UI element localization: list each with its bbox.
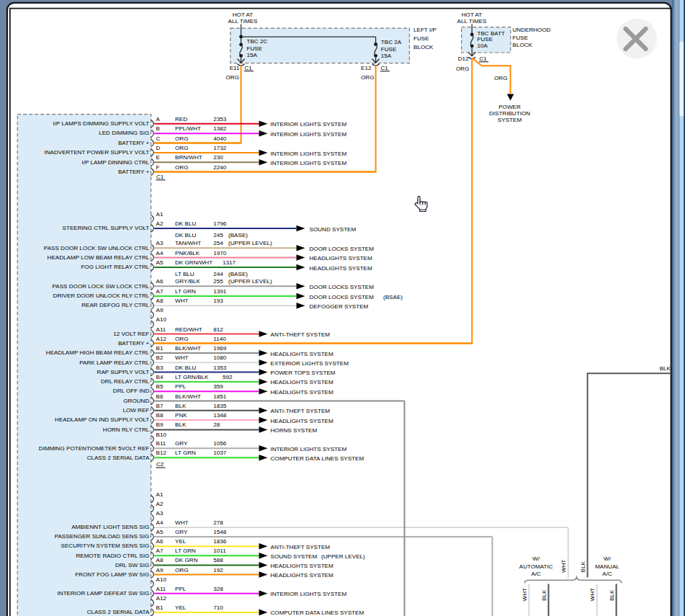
svg-text:(BASE): (BASE) — [228, 271, 248, 277]
svg-text:BATTERY +: BATTERY + — [118, 140, 150, 146]
svg-text:C1: C1 — [156, 174, 164, 180]
svg-text:DK BLU: DK BLU — [175, 365, 196, 371]
svg-text:2240: 2240 — [213, 164, 227, 171]
svg-text:255: 255 — [213, 278, 223, 285]
svg-text:UNDERHOOD: UNDERHOOD — [513, 27, 551, 33]
svg-text:PNK/BLK: PNK/BLK — [175, 250, 200, 256]
svg-text:BLOCK: BLOCK — [413, 44, 434, 50]
svg-text:SOUND SYSTEM: SOUND SYSTEM — [310, 226, 357, 233]
svg-text:B1: B1 — [156, 604, 164, 611]
svg-text:GRY: GRY — [175, 440, 188, 447]
svg-text:A6: A6 — [156, 278, 164, 285]
svg-text:A2: A2 — [156, 501, 164, 507]
svg-text:1140: 1140 — [213, 336, 226, 342]
svg-text:1011: 1011 — [213, 548, 226, 554]
svg-text:INTERIOR LAMP DEFEAT SW SIG: INTERIOR LAMP DEFEAT SW SIG — [58, 590, 150, 597]
svg-text:BLK: BLK — [175, 421, 187, 428]
svg-text:LT BLU: LT BLU — [175, 271, 194, 277]
svg-text:B3: B3 — [156, 365, 164, 371]
svg-text:DK BLU: DK BLU — [175, 220, 196, 227]
svg-text:W/: W/ — [532, 555, 540, 562]
svg-text:A12: A12 — [156, 336, 167, 342]
svg-text:A/C: A/C — [602, 571, 612, 577]
svg-text:DIMMING POTENTIOMETER 5VOLT RE: DIMMING POTENTIOMETER 5VOLT REF — [39, 445, 150, 452]
svg-text:(UPPER LEVEL): (UPPER LEVEL) — [321, 553, 365, 560]
svg-text:A7: A7 — [156, 548, 164, 554]
svg-text:A6: A6 — [156, 538, 164, 545]
svg-text:DK GRN/WHT: DK GRN/WHT — [175, 259, 212, 266]
svg-text:C2: C2 — [156, 461, 164, 468]
svg-text:10A: 10A — [478, 43, 488, 49]
svg-text:ORG: ORG — [175, 567, 188, 573]
svg-text:HORN RLY CTRL: HORN RLY CTRL — [103, 427, 150, 433]
svg-text:28: 28 — [213, 421, 220, 428]
svg-text:HEADLIGHTS SYSTEM: HEADLIGHTS SYSTEM — [310, 265, 373, 272]
svg-text:C: C — [156, 135, 161, 142]
svg-text:C1: C1 — [381, 65, 389, 71]
svg-text:DOOR LOCKS SYSTEM: DOOR LOCKS SYSTEM — [310, 284, 375, 290]
svg-text:(UPPER LEVEL): (UPPER LEVEL) — [228, 278, 272, 285]
svg-text:ORG: ORG — [226, 74, 239, 81]
svg-text:HOT AT: HOT AT — [462, 12, 483, 18]
svg-text:A7: A7 — [156, 288, 164, 295]
svg-text:1348: 1348 — [213, 412, 227, 419]
svg-text:STEERING CTRL SUPPLY VOLT: STEERING CTRL SUPPLY VOLT — [63, 225, 150, 231]
svg-text:B4: B4 — [156, 374, 164, 380]
svg-text:1970: 1970 — [213, 250, 227, 256]
svg-text:INTERIOR LIGHTS SYSTEM: INTERIOR LIGHTS SYSTEM — [271, 160, 347, 166]
svg-text:C1: C1 — [245, 65, 253, 71]
svg-text:PNK: PNK — [175, 412, 187, 419]
svg-text:BATTERY +: BATTERY + — [118, 340, 150, 347]
svg-text:SOUND SYSTEM: SOUND SYSTEM — [271, 553, 318, 560]
svg-text:278: 278 — [213, 519, 223, 526]
svg-text:FUSE: FUSE — [413, 35, 429, 42]
svg-text:I/P LAMP DINNING CTRL: I/P LAMP DINNING CTRL — [82, 159, 150, 166]
svg-text:A3: A3 — [156, 510, 164, 517]
svg-text:12 VOLT REF: 12 VOLT REF — [113, 331, 149, 337]
svg-text:A3: A3 — [156, 240, 164, 246]
svg-text:254: 254 — [213, 240, 223, 246]
svg-text:DRL OFF IND: DRL OFF IND — [113, 388, 150, 394]
svg-text:A11: A11 — [156, 326, 166, 333]
svg-text:REMOTE RADIO CTRL SIG: REMOTE RADIO CTRL SIG — [76, 553, 150, 559]
svg-text:PPL: PPL — [175, 383, 187, 390]
svg-text:A8: A8 — [156, 557, 164, 563]
svg-text:ORG: ORG — [175, 336, 188, 342]
svg-text:WHT: WHT — [175, 519, 188, 526]
svg-text:HEADLIGHTS SYSTEM: HEADLIGHTS SYSTEM — [271, 572, 334, 579]
svg-text:A: A — [156, 116, 161, 122]
svg-text:193: 193 — [213, 298, 223, 304]
svg-text:592: 592 — [223, 374, 233, 380]
svg-text:1353: 1353 — [213, 365, 227, 371]
svg-text:ALL TIMES: ALL TIMES — [457, 18, 488, 24]
svg-text:E11: E11 — [230, 65, 240, 71]
svg-text:ORG: ORG — [456, 66, 469, 72]
svg-text:DRL RELAY CTRL: DRL RELAY CTRL — [101, 378, 150, 385]
svg-text:INTERIOR LIGHTS SYSTEM: INTERIOR LIGHTS SYSTEM — [271, 131, 347, 138]
svg-text:BLK/WHT: BLK/WHT — [175, 393, 201, 400]
svg-text:B7: B7 — [156, 403, 164, 409]
svg-text:TBC BATT: TBC BATT — [478, 30, 506, 37]
svg-text:AMBIENNT LIGHT SENS SIG: AMBIENNT LIGHT SENS SIG — [71, 524, 149, 530]
svg-text:1382: 1382 — [213, 125, 227, 132]
svg-text:INTERIOR LIGHTS SYSTEM: INTERIOR LIGHTS SYSTEM — [271, 446, 347, 452]
svg-text:INTERIOR LIGHTS SYSTEM: INTERIOR LIGHTS SYSTEM — [271, 151, 347, 157]
svg-text:A4: A4 — [156, 519, 164, 526]
svg-text:A10: A10 — [156, 576, 167, 583]
svg-text:MANUAL: MANUAL — [595, 563, 619, 570]
svg-text:LEFT I/P: LEFT I/P — [413, 27, 436, 33]
svg-text:PASS DOOR LOCK SW UNLOCK CTRL: PASS DOOR LOCK SW UNLOCK CTRL — [44, 245, 150, 251]
svg-text:B6: B6 — [156, 393, 164, 400]
svg-text:ALL TIMES: ALL TIMES — [228, 18, 259, 24]
svg-text:HEADLAMP LOW BEAM RELAY CTRL: HEADLAMP LOW BEAM RELAY CTRL — [48, 254, 150, 261]
svg-text:1969: 1969 — [213, 345, 227, 352]
svg-text:A5: A5 — [156, 529, 164, 535]
svg-text:TBC 2C: TBC 2C — [247, 38, 268, 45]
svg-text:ANTI-THEFT SYSTEM: ANTI-THEFT SYSTEM — [271, 331, 331, 338]
svg-text:A11: A11 — [156, 586, 166, 592]
svg-text:BLK: BLK — [175, 403, 187, 409]
svg-text:BATTERY +: BATTERY + — [118, 169, 150, 175]
svg-text:EXTERIOR LIGHTS SYSTEM: EXTERIOR LIGHTS SYSTEM — [271, 360, 349, 367]
svg-text:F: F — [156, 164, 160, 171]
svg-text:HEADLIGHTS SYSTEM: HEADLIGHTS SYSTEM — [271, 389, 334, 396]
